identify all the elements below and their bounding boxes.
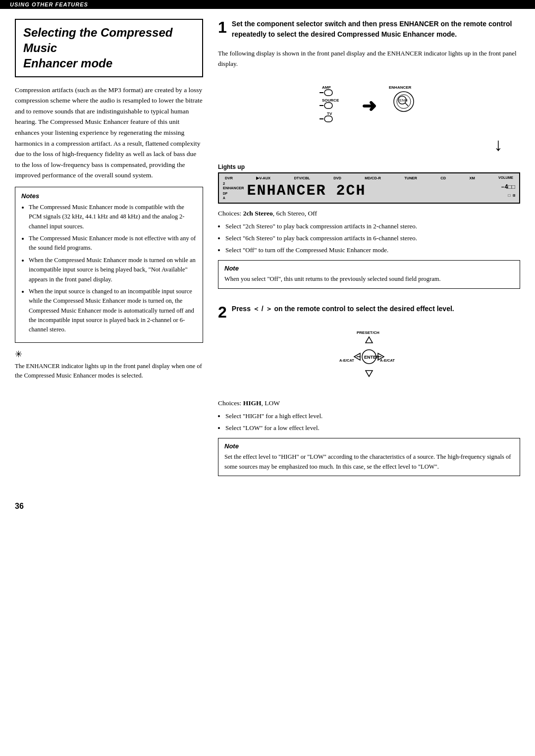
note-item: The Compressed Music Enhancer mode is no…: [29, 234, 197, 253]
svg-text:A-E/CAT: A-E/CAT: [339, 358, 354, 363]
svg-text:AMP: AMP: [322, 85, 331, 90]
choices-line: Choices: 2ch Stereo, 6ch Stereo, Off: [218, 210, 520, 217]
lcd-main-text: ENHANCER 2CH: [247, 182, 497, 199]
page-number: 36: [15, 502, 24, 511]
lcd-label-dtvcbl: DTV/CBL: [294, 176, 310, 180]
step1-illustration: AMP SOURCE TV: [218, 75, 520, 158]
svg-text:ENH: ENH: [399, 98, 408, 103]
step2-choices-bold: HIGH: [243, 399, 262, 407]
svg-text:ENHANCER: ENHANCER: [389, 85, 412, 90]
step1-note-box: Note When you select "Off", this unit re…: [218, 260, 520, 288]
top-bar-text: USING OTHER FEATURES: [10, 1, 88, 7]
step1-note-text: When you select "Off", this unit returns…: [224, 274, 514, 284]
svg-text:TV: TV: [327, 111, 332, 116]
svg-text:PRESET/CH: PRESET/CH: [357, 330, 379, 335]
arrow-right-icon: ➜: [362, 96, 376, 116]
svg-rect-3: [324, 103, 332, 108]
page-footer: 36: [0, 511, 535, 521]
content-area: Selecting the Compressed Music Enhancer …: [0, 9, 535, 501]
lcd-label-mdcdr: MD/CD-R: [365, 176, 381, 180]
left-column: Selecting the Compressed Music Enhancer …: [15, 19, 203, 491]
lcd-label-cd: CD: [440, 176, 446, 180]
step2-choice-item: Select "LOW" for a low effect level.: [225, 423, 520, 433]
lcd-label-dvd: DVD: [333, 176, 341, 180]
tip-icon: ✳: [15, 349, 203, 360]
step1-heading: Set the component selector switch and th…: [232, 19, 520, 40]
svg-text:ENTER: ENTER: [364, 355, 379, 360]
step2-choices-line: Choices: HIGH, LOW: [218, 399, 520, 407]
step2-note-box: Note Set the effect level to "HIGH" or "…: [218, 438, 520, 476]
svg-marker-16: [366, 337, 373, 343]
step2-note-title: Note: [224, 442, 514, 450]
right-column: 1 Set the component selector switch and …: [218, 19, 520, 491]
section-title-line2: Enhancer mode: [23, 56, 112, 70]
notes-list: The Compressed Music Enhancer mode is co…: [21, 203, 197, 335]
svg-text:A-E/CAT: A-E/CAT: [380, 358, 395, 363]
intro-text: Compression artifacts (such as the MP3 f…: [15, 85, 203, 181]
step2-choices-list: Select "HIGH" for a high effect level. S…: [218, 411, 520, 433]
choices-rest: , 6ch Stereo, Off: [273, 210, 317, 217]
step2-choices-rest: , LOW: [261, 399, 280, 407]
svg-line-13: [405, 103, 408, 106]
step2-note-text: Set the effect level to "HIGH" or "LOW" …: [224, 452, 514, 472]
arrow-down-icon: ↓: [220, 134, 503, 155]
notes-box: Notes The Compressed Music Enhancer mode…: [15, 187, 203, 343]
section-title: Selecting the Compressed Music Enhancer …: [15, 19, 203, 77]
lcd-vol-display: –4□□ □ ⊠: [501, 183, 515, 198]
step1-choice-item: Select "Off" to turn off the Compressed …: [225, 245, 520, 255]
step1-content: Set the component selector switch and th…: [232, 19, 520, 45]
svg-rect-5: [324, 116, 332, 122]
tip-text: The ENHANCER indicator lights up in the …: [15, 362, 203, 381]
lcd-label-dvr: DVR: [225, 176, 233, 180]
notes-title: Notes: [21, 192, 197, 200]
note-item: The Compressed Music Enhancer mode is co…: [29, 203, 197, 231]
lcd-label-xm: XM: [469, 176, 475, 180]
lights-up-label: Lights up: [218, 163, 520, 170]
svg-text:SOURCE: SOURCE: [322, 98, 339, 103]
step2-heading: Press ＜ / ＞ on the remote control to sel…: [232, 304, 454, 314]
step1-choice-item: Select "6ch Stereo" to play back compres…: [225, 233, 520, 243]
choices-bold: 2ch Stereo: [243, 210, 273, 217]
lcd-main-row: 2 ENHANCER DP A ENHANCER 2CH –4□□ □ ⊠: [223, 181, 515, 200]
step1-subtext: The following display is shown in the fr…: [218, 49, 520, 69]
lcd-label-tuner: TUNER: [404, 176, 417, 180]
svg-rect-1: [324, 90, 332, 96]
top-bar: USING OTHER FEATURES: [0, 0, 535, 9]
illustration-row: AMP SOURCE TV: [220, 83, 518, 129]
remote-illustration: PRESET/CH ENTER A-E/CAT: [218, 327, 520, 393]
lcd-label-v-aux: ▶V-AUX: [256, 176, 270, 180]
step1-choices-list: Select "2ch Stereo" to play back compres…: [218, 221, 520, 255]
step2-block: 2 Press ＜ / ＞ on the remote control to s…: [218, 304, 520, 484]
source-selector-icon: AMP SOURCE TV: [317, 83, 352, 129]
lcd-left-label: 2 ENHANCER DP A: [223, 181, 244, 200]
step1-number: 1: [218, 19, 227, 36]
step2-content: Press ＜ / ＞ on the remote control to sel…: [232, 304, 454, 319]
step2-number: 2: [218, 304, 227, 321]
enhancer-button-icon: ENHANCER ENH: [386, 83, 421, 129]
step1-block: 1 Set the component selector switch and …: [218, 19, 520, 296]
page-wrapper: USING OTHER FEATURES Selecting the Compr…: [0, 0, 535, 756]
step1-note-title: Note: [224, 265, 514, 272]
step1-choice-item: Select "2ch Stereo" to play back compres…: [225, 221, 520, 231]
lcd-display-container: DVR ▶V-AUX DTV/CBL DVD MD/CD-R TUNER CD …: [218, 172, 520, 204]
section-title-line1: Selecting the Compressed Music: [23, 26, 172, 54]
note-item: When the Compressed Music Enhancer mode …: [29, 256, 197, 284]
svg-marker-19: [366, 371, 373, 377]
lcd-label-vol: VOLUME: [498, 176, 513, 180]
lcd-top-row: DVR ▶V-AUX DTV/CBL DVD MD/CD-R TUNER CD …: [223, 176, 515, 180]
step2-choice-item: Select "HIGH" for a high effect level.: [225, 411, 520, 421]
note-item: When the input source is changed to an i…: [29, 287, 197, 335]
